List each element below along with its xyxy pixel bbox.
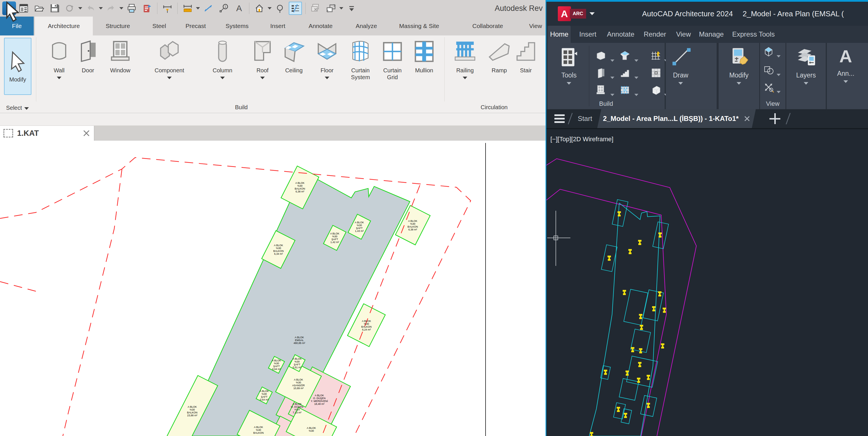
default-3d-view-icon[interactable] [253,2,266,15]
view-panel-label[interactable]: View [760,100,785,108]
door-button[interactable]: Door [76,38,99,101]
build-panel-label[interactable]: Build [217,104,266,111]
tab-systems[interactable]: Systems [218,17,256,35]
redo-dropdown-caret[interactable] [119,7,123,9]
ramp-button[interactable]: Ramp [487,38,512,101]
door-tool-caret[interactable] [610,77,614,79]
floor-button[interactable]: Floor [316,38,338,101]
tab-insert[interactable]: Insert [263,17,293,35]
tab-collaborate[interactable]: Collaborate [464,17,511,35]
floor-caret-icon[interactable] [325,77,329,79]
tab-steel[interactable]: Steel [144,17,174,35]
roof-tool-icon[interactable] [619,50,631,61]
revit-drawing-canvas[interactable]: A BLOK%30BALKON6,38 m² A BLOK%30BALKON6,… [0,141,546,436]
ceiling-grid-tool-icon[interactable] [650,67,662,79]
save-icon[interactable] [48,2,61,15]
tab-architecture[interactable]: Architecture [35,17,93,35]
modify-caret-icon[interactable] [737,82,741,85]
customize-qat-icon[interactable] [345,2,358,15]
space-tool-icon[interactable] [619,84,631,96]
tools-button[interactable]: Tools [550,46,588,85]
pan-caret[interactable] [777,91,781,93]
tab-view[interactable]: View [523,17,548,35]
autocad-app-button[interactable]: A ARC [558,6,595,21]
wall-button[interactable]: Wall [46,38,72,101]
autocad-drawing-canvas[interactable]: [−][Top][2D Wireframe] [547,129,868,436]
file-tab-active[interactable]: 2_Model - Area Plan...L (İBŞB)) - 1-KATo… [597,109,756,128]
railing-caret-icon[interactable] [463,77,467,79]
isolate-caret[interactable] [777,74,781,76]
print-icon[interactable] [125,2,138,15]
export-icon[interactable] [141,2,154,15]
pan-zoom-icon[interactable] [763,82,774,93]
tab-massing-site[interactable]: Massing & Site [391,17,447,35]
close-hidden-windows-icon[interactable] [309,2,322,15]
ceiling-button[interactable]: Ceiling [280,38,308,101]
space-tool-caret[interactable] [634,94,638,96]
view-dropdown-caret[interactable] [268,7,272,9]
railing-button[interactable]: Railing [451,38,479,101]
stair-button[interactable]: Stair [515,38,537,101]
isolate-objects-icon[interactable] [763,64,774,76]
tab-manage[interactable]: Manage [698,26,725,43]
layers-caret-icon[interactable] [804,82,808,85]
tab-express-tools[interactable]: Express Tools [731,26,776,43]
aligned-dimension-icon[interactable] [202,2,215,15]
measure-pin-icon[interactable] [161,2,174,15]
viewport-controls[interactable]: [−][Top][2D Wireframe] [550,136,614,143]
annotation-caret-icon[interactable] [843,80,848,83]
annotation-button[interactable]: A Ann... [827,46,864,83]
roof-caret-icon[interactable] [260,77,265,79]
undo-icon[interactable] [84,2,97,15]
draw-caret-icon[interactable] [678,82,683,85]
tab-annotate[interactable]: Annotate [300,17,341,35]
curtain-grid-button[interactable]: Curtain Grid [378,38,407,101]
layers-button[interactable]: Layers [787,46,825,85]
door-tool-icon[interactable] [595,67,607,79]
component-button[interactable]: Component [148,38,191,101]
thin-lines-icon[interactable] [289,2,302,15]
select-panel-label[interactable]: Select [0,105,35,111]
component-caret-icon[interactable] [167,77,172,79]
sync-icon[interactable] [63,2,76,15]
measure-dropdown-caret[interactable] [196,7,200,9]
draw-button[interactable]: Draw [662,46,699,85]
switch-windows-icon[interactable] [324,2,338,15]
tab-view[interactable]: View [674,26,693,43]
tools-caret-icon[interactable] [567,82,571,85]
tab-analyze[interactable]: Analyze [348,17,384,35]
stair-tool-caret[interactable] [634,77,638,79]
mass-element-tool-icon[interactable] [650,84,662,96]
modify-button[interactable]: Modify [4,38,31,95]
column-caret-icon[interactable] [220,77,225,79]
grid-assembly-tool-icon[interactable] [650,50,662,61]
tab-annotate[interactable]: Annotate [605,26,637,43]
view-cube-caret[interactable] [777,55,781,57]
undo-dropdown-caret[interactable] [99,7,103,9]
roof-tool-caret[interactable] [634,59,638,62]
section-icon[interactable] [273,2,286,15]
tab-structure[interactable]: Structure [97,17,138,35]
close-file-tab-icon[interactable] [744,116,750,122]
tag-icon[interactable]: 1 [217,2,230,15]
view-tab-1kat[interactable]: 1.KAT [0,126,94,141]
view-cube-icon[interactable] [763,46,774,57]
tab-insert[interactable]: Insert [577,26,599,43]
close-view-icon[interactable] [83,129,90,137]
curtain-system-button[interactable]: Curtain System [345,38,376,101]
measure-icon[interactable] [181,2,194,15]
redo-icon[interactable] [104,2,118,15]
window-button[interactable]: Window [104,38,136,101]
wall-tool-caret[interactable] [610,59,614,62]
open-icon[interactable] [33,2,46,15]
column-button[interactable]: Column [208,38,237,101]
mullion-button[interactable]: Mullion [408,38,440,101]
tab-render[interactable]: Render [642,26,668,43]
modify-button-acad[interactable]: Modify [720,46,757,85]
build-panel-label[interactable]: Build [548,100,664,108]
stair-tool-icon[interactable] [619,67,631,79]
file-tab-start[interactable]: Start [575,109,595,128]
wall-tool-icon[interactable] [595,50,607,61]
tab-home[interactable]: Home [548,26,571,43]
sync-dropdown-caret[interactable] [78,7,82,9]
